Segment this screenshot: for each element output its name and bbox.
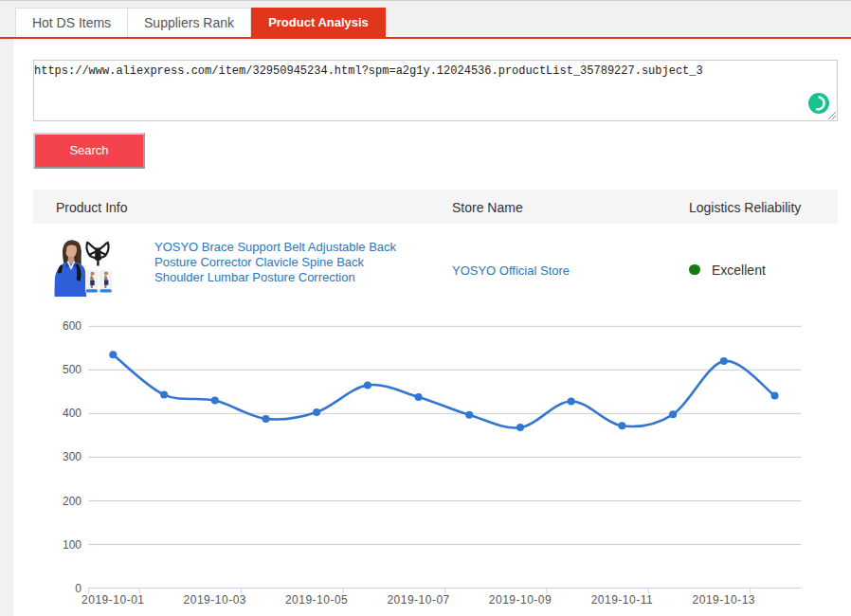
svg-text:2019-10-01: 2019-10-01: [81, 593, 144, 607]
svg-text:2019-10-13: 2019-10-13: [693, 593, 755, 607]
svg-text:2019-10-05: 2019-10-05: [285, 593, 348, 607]
svg-text:600: 600: [63, 319, 81, 333]
svg-text:500: 500: [63, 363, 81, 376]
svg-text:200: 200: [63, 495, 81, 508]
svg-text:2019-10-03: 2019-10-03: [184, 593, 246, 607]
svg-text:2019-10-09: 2019-10-09: [489, 593, 552, 607]
svg-text:2019-10-07: 2019-10-07: [387, 593, 449, 607]
svg-text:100: 100: [63, 538, 81, 552]
svg-text:300: 300: [63, 450, 81, 463]
svg-text:400: 400: [63, 407, 81, 420]
svg-text:2019-10-11: 2019-10-11: [591, 593, 654, 607]
